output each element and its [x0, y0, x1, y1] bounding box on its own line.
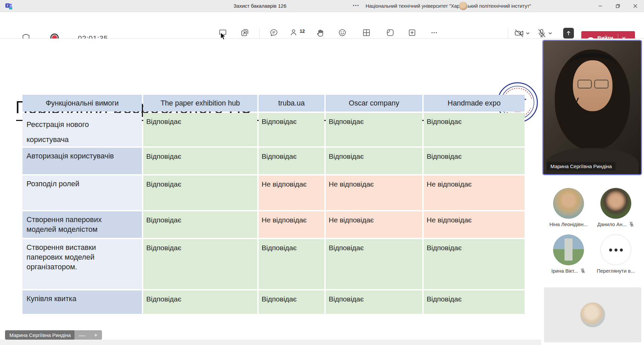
table-cell: Не відповідає — [259, 211, 324, 238]
restore-button[interactable] — [609, 0, 627, 12]
table-cell: Не відповідає — [424, 211, 525, 238]
minimize-button[interactable] — [592, 0, 609, 12]
table-header: Handmade expo — [424, 95, 525, 112]
camera-dropdown-chevron[interactable] — [526, 31, 530, 36]
table-cell: Відповідає — [424, 239, 525, 289]
table-row-label: Створення виставки паперових моделей орг… — [22, 239, 142, 289]
mouse-cursor — [220, 32, 227, 41]
table-header: Функціональні вимоги — [22, 95, 142, 112]
self-video-tile[interactable] — [544, 287, 641, 342]
table-cell: Відповідає — [259, 113, 324, 146]
table-row-label: Створення паперових моделей моделістом — [22, 211, 142, 238]
participant-avatar — [553, 234, 584, 265]
close-button[interactable] — [627, 0, 644, 12]
table-row-label: Купівля квитка — [22, 290, 142, 314]
participant-count: 12 — [300, 28, 305, 34]
mic-muted-icon — [580, 268, 586, 274]
table-cell: Відповідає — [259, 239, 324, 289]
participant-name: Ірина Вікт... — [551, 268, 578, 274]
breakout-rooms-icon — [386, 28, 395, 37]
meeting-toolbar: 02:01:35 Почати Відкріпити — [0, 12, 644, 39]
apps-plus-icon — [408, 28, 417, 37]
table-row-label: Авторизація користувачів — [22, 148, 142, 174]
video-sidebar: Марина Сергіївна Риндіна Ніна Леонідівн.… — [541, 39, 644, 345]
table-cell: Відповідає — [424, 148, 525, 174]
table-cell: Не відповідає — [326, 176, 422, 210]
headset-band — [569, 53, 616, 78]
raise-hand-icon — [316, 28, 325, 37]
table-cell: Відповідає — [326, 113, 422, 146]
titlebar: T Захист бакалаврів 126 ••• Національний… — [0, 0, 644, 12]
participant-name: Ніна Леонідівн... — [549, 221, 588, 227]
teams-meeting-window: T Захист бакалаврів 126 ••• Національний… — [0, 0, 644, 345]
svg-text:T: T — [7, 4, 9, 7]
table-cell: Відповідає — [326, 290, 422, 314]
table-cell: Відповідає — [259, 148, 324, 174]
smiley-icon — [338, 28, 347, 37]
table-cell: Не відповідає — [326, 211, 422, 238]
zoom-out-button[interactable]: — — [79, 332, 85, 338]
table-cell: Відповідає — [143, 211, 257, 238]
table-cell: Відповідає — [143, 239, 257, 289]
main-video-tile[interactable]: Марина Сергіївна Риндіна — [542, 40, 642, 175]
self-avatar — [580, 302, 605, 327]
popout-icon — [240, 28, 249, 37]
table-cell: Відповідає — [259, 290, 324, 314]
zoom-in-button[interactable]: + — [94, 332, 98, 338]
table-row-label: Реєстрація нового користувача — [22, 113, 142, 146]
table-header: The paper exhibition hub — [143, 95, 257, 112]
table-cell: Відповідає — [326, 148, 422, 174]
ellipsis-icon — [430, 28, 439, 37]
presentation-slide: Порівняння розробленого ПЗ ІСТ ХПІ Функц… — [0, 39, 541, 345]
table-header: truba.ua — [259, 95, 324, 112]
glasses — [578, 80, 608, 88]
participant-avatar — [600, 188, 631, 219]
camera-off-icon — [514, 28, 524, 38]
table-cell: Відповідає — [143, 176, 257, 210]
more-participants-icon — [600, 234, 631, 265]
overflow-participants-tile[interactable]: Переглянути в... — [592, 234, 639, 274]
zoom-controls: — + — [74, 330, 102, 340]
teams-app-icon: T — [5, 2, 13, 10]
table-cell: Відповідає — [143, 148, 257, 174]
user-avatar[interactable] — [459, 2, 468, 10]
slide-bottom-strip — [0, 340, 541, 345]
mic-muted-icon — [629, 221, 634, 227]
mic-off-icon — [537, 28, 547, 38]
video-name-badge: Марина Сергіївна Риндіна — [547, 162, 615, 170]
participant-avatar — [553, 188, 584, 219]
table-cell: Відповідає — [326, 239, 422, 289]
meeting-title: Захист бакалаврів 126 — [233, 0, 286, 12]
titlebar-more-indicator[interactable]: ••• — [353, 0, 360, 12]
video-person-shoulders — [546, 148, 639, 175]
participant-tile[interactable]: Ніна Леонідівн... — [545, 188, 592, 227]
table-cell: Не відповідає — [259, 176, 324, 210]
view-grid-icon — [362, 28, 371, 37]
participant-name: Данило Ан... — [597, 221, 627, 227]
participant-tile[interactable]: Данило Ан... — [592, 188, 639, 227]
mic-dropdown-chevron[interactable] — [548, 31, 552, 36]
table-cell: Не відповідає — [424, 176, 525, 210]
table-cell: Відповідає — [143, 113, 257, 146]
table-cell: Відповідає — [143, 290, 257, 314]
presenter-name-pill: Марина Сергіївна Риндіна — [5, 330, 75, 340]
table-row-label: Розподіл ролей — [22, 176, 142, 210]
table-cell: Відповідає — [424, 290, 525, 314]
table-cell: Відповідає — [424, 113, 525, 146]
participant-tile[interactable]: Ірина Вікт... — [545, 234, 592, 274]
participants-icon: 12 — [290, 28, 305, 37]
table-header: Oscar company — [326, 95, 422, 112]
share-tray-icon — [563, 28, 574, 39]
chat-icon — [269, 28, 278, 37]
comparison-table: Функціональні вимоги The paper exhibitio… — [22, 95, 525, 314]
participant-name: Переглянути в... — [597, 268, 635, 274]
organization-name: Національний технічний університет "Харк… — [366, 0, 531, 12]
